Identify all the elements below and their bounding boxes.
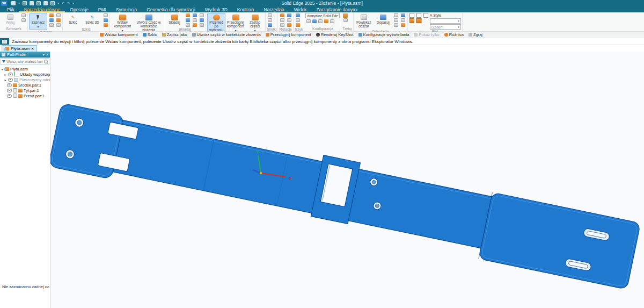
move-on-select-button[interactable]: Przenieś po wybraniu	[207, 13, 225, 33]
relation-suppress-icon[interactable]	[279, 18, 285, 23]
tab-plik[interactable]: Plik	[2, 6, 19, 12]
mirror-icon[interactable]	[295, 23, 301, 27]
paste-button[interactable]: Wklej	[1, 13, 19, 26]
select-tool-icon[interactable]	[50, 1, 55, 5]
qt-create-in-context[interactable]: Utwórz część w kontekście złożenia	[192, 32, 261, 37]
config-zones-icon[interactable]	[317, 19, 323, 24]
copy-icon[interactable]	[20, 13, 26, 18]
tab-widok[interactable]: Widok	[289, 6, 312, 12]
document-tab-plyta[interactable]: Płyta.asm ×	[2, 45, 37, 52]
search-icon[interactable]	[44, 60, 48, 63]
qt-difference[interactable]: Różnica	[444, 32, 464, 37]
tree-item-reference-planes[interactable]: ▸ Płaszczyzny odniesienia	[0, 77, 50, 82]
tab-pmi[interactable]: PMI	[93, 6, 111, 12]
qt-display-configurations[interactable]: Konfiguracje wyświetlania	[358, 32, 409, 37]
pan-icon[interactable]	[393, 18, 399, 23]
redo-icon[interactable]: ↷	[67, 1, 70, 5]
previous-view-icon[interactable]	[400, 23, 406, 27]
visibility-eye-icon[interactable]	[7, 94, 12, 98]
config-save-icon[interactable]	[305, 19, 311, 24]
insert-component-button[interactable]: Wstaw komponent ▾	[111, 13, 134, 34]
select-button[interactable]: Zaznacz ▾	[29, 13, 47, 30]
replace-parts-button[interactable]: Zastąp części ▾	[246, 13, 264, 34]
view-style-combo[interactable]: (Żaden)▾	[430, 24, 461, 30]
prompt-bar-icon[interactable]	[0, 38, 9, 45]
print-icon[interactable]	[36, 1, 41, 5]
pattern-rect-icon[interactable]	[295, 13, 301, 18]
tab-geometria-dla-symulacji[interactable]: Geometria dla symulacji	[142, 6, 200, 12]
select-options-icon[interactable]	[48, 23, 54, 27]
wireframe-view-icon[interactable]	[409, 13, 415, 18]
qt-record[interactable]: Zgraj	[469, 32, 482, 37]
tree-item-przod[interactable]: Przód.par:1	[0, 93, 50, 98]
sketch-plane-icon[interactable]	[103, 13, 108, 18]
config-simplify-icon[interactable]	[329, 19, 335, 24]
qt-insert-component[interactable]: Wstaw komponent	[100, 32, 138, 37]
cut-icon[interactable]	[20, 18, 26, 23]
tab-zarzadzanie-danymi[interactable]: Zarządzanie danymi	[311, 6, 362, 12]
mode-designed-icon[interactable]	[342, 18, 348, 23]
qt-drag-component[interactable]: Przeciągnij komponent	[266, 32, 311, 37]
undo-icon[interactable]: ↶	[62, 1, 64, 5]
pin-icon[interactable]: ▾	[42, 53, 45, 57]
tab-symulacja[interactable]: Symulacja	[111, 6, 142, 12]
select-part-icon[interactable]	[55, 18, 61, 23]
sketch-3d-button[interactable]: ✎ Szkic 3D	[83, 13, 101, 26]
motor-settings-icon[interactable]	[267, 23, 273, 27]
select-fence-icon[interactable]	[48, 13, 54, 18]
qt-save-as[interactable]: Zapisz jako	[162, 32, 187, 37]
common-views-icon[interactable]	[400, 13, 406, 18]
tab-operacje[interactable]: Operacje	[65, 6, 93, 12]
select-visible-icon[interactable]	[55, 13, 61, 18]
tab-narzedzia[interactable]: Narzędzia	[259, 6, 289, 12]
settings-icon[interactable]	[43, 1, 48, 5]
tab-narzedzia-glowne[interactable]: Narzędzia główne	[19, 6, 65, 12]
new-document-icon[interactable]	[11, 1, 16, 5]
shaded-view-icon[interactable]	[409, 18, 415, 23]
app-button[interactable]: SE	[1, 1, 7, 6]
config-explode-icon[interactable]	[323, 19, 329, 24]
relation-edit-icon[interactable]	[286, 18, 292, 23]
tree-item-tyl[interactable]: Tył.par:1	[0, 88, 50, 93]
mode-simplified-icon[interactable]	[342, 13, 348, 18]
visible-edges-view-icon[interactable]	[416, 13, 422, 18]
visibility-eye-icon[interactable]	[8, 73, 13, 76]
graphics-viewport[interactable]: Y X	[50, 52, 644, 308]
assemble-button[interactable]: Składaj	[165, 13, 184, 26]
fit-button[interactable]: Dopasuj	[374, 13, 392, 26]
relation-manager-icon[interactable]	[279, 13, 285, 18]
configuration-combo[interactable]: domyślne,Solid Edge▾	[305, 13, 340, 18]
style-button[interactable]: Style	[433, 13, 441, 17]
mate-icon[interactable]	[185, 18, 191, 23]
relation-check-icon[interactable]	[286, 23, 292, 27]
view-orientation-icon[interactable]	[400, 18, 406, 23]
tab-wydruk-3d[interactable]: Wydruk 3D	[200, 6, 232, 12]
relation-show-icon[interactable]	[286, 13, 292, 18]
filter-funnel-icon[interactable]	[2, 60, 5, 63]
rotate-view-icon[interactable]	[393, 23, 399, 27]
zoom-icon[interactable]	[393, 13, 399, 18]
visibility-eye-icon[interactable]	[8, 78, 13, 82]
config-apply-icon[interactable]	[311, 19, 317, 24]
tangent-icon[interactable]	[199, 13, 204, 18]
close-tab-icon[interactable]: ×	[31, 46, 34, 51]
visibility-eye-icon[interactable]	[7, 89, 12, 92]
motor-rotate-icon[interactable]	[267, 13, 273, 18]
pattern-circ-icon[interactable]	[295, 18, 301, 23]
hidden-edges-view-icon[interactable]	[423, 13, 429, 18]
tree-item-root[interactable]: ▾ Płyta.asm	[0, 66, 50, 71]
customize-qat-icon[interactable]: ▾	[72, 1, 74, 5]
qt-render-keyshot[interactable]: Renderuj KeyShot	[316, 32, 354, 37]
select-box-icon[interactable]	[48, 18, 54, 23]
cam-icon[interactable]	[199, 18, 204, 23]
angle-icon[interactable]	[192, 18, 197, 23]
visibility-eye-icon[interactable]	[7, 83, 12, 87]
new-document-caret-icon[interactable]: ▾	[18, 1, 20, 5]
sketch-project-icon[interactable]	[103, 18, 108, 23]
face-style-combo[interactable]: ▾	[430, 18, 461, 24]
tools-caret-icon[interactable]: ▾	[57, 1, 59, 5]
flash-fit-icon[interactable]	[185, 13, 191, 18]
select-clear-icon[interactable]	[55, 23, 61, 27]
insert-align-icon[interactable]	[192, 13, 197, 18]
search-input[interactable]	[6, 60, 43, 63]
